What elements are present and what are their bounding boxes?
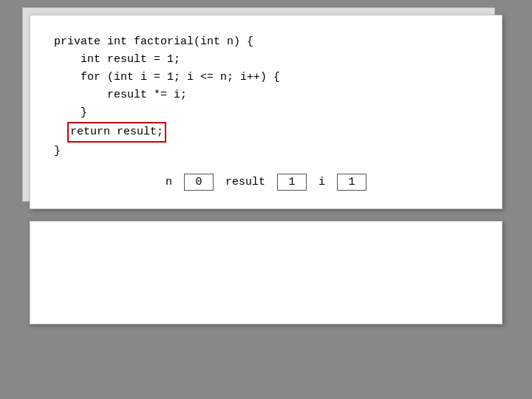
var-i-value: 1 xyxy=(337,174,366,191)
code-line-6: return result; xyxy=(54,126,166,138)
code-line-4: result *= i; xyxy=(54,89,187,101)
top-card: private int factorial(int n) { int resul… xyxy=(30,15,502,209)
var-i-label: i xyxy=(318,176,325,188)
top-card-wrapper: private int factorial(int n) { int resul… xyxy=(30,15,502,209)
code-line-5: } xyxy=(54,106,87,119)
code-block: private int factorial(int n) { int resul… xyxy=(54,33,478,160)
var-result-value: 1 xyxy=(277,174,307,191)
bottom-card xyxy=(30,221,502,324)
var-n-label: n xyxy=(166,176,172,188)
highlighted-return: return result; xyxy=(67,122,166,143)
code-line-7: } xyxy=(54,145,61,157)
code-line-2: int result = 1; xyxy=(54,53,180,66)
var-result-label: result xyxy=(225,176,265,188)
var-n-value: 0 xyxy=(184,174,214,191)
code-line-3: for (int i = 1; i <= n; i++) { xyxy=(54,71,280,83)
code-line-1: private int factorial(int n) { xyxy=(54,35,253,48)
variables-row: n 0 result 1 i 1 xyxy=(54,174,478,191)
